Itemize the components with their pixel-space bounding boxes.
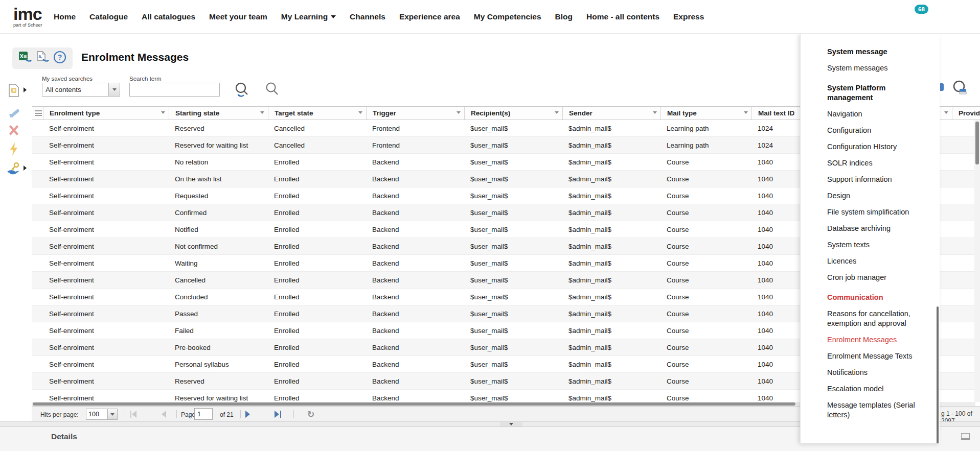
column-header-provider[interactable]: Provider: [952, 107, 980, 120]
menu-item-enrolment-message-texts[interactable]: Enrolment Message Texts: [827, 351, 920, 361]
nav-item-my-learning[interactable]: My Learning: [281, 12, 336, 21]
cell-trigger: Frontend: [366, 120, 464, 137]
new-item-icon[interactable]: [6, 83, 21, 98]
menu-item-database-archiving[interactable]: Database archiving: [827, 224, 920, 233]
chevron-down-icon: [509, 423, 513, 425]
first-page-button[interactable]: [132, 411, 136, 418]
last-page-button[interactable]: [275, 411, 279, 418]
column-header-target-state[interactable]: Target state: [268, 107, 366, 120]
nav-item-all-catalogues[interactable]: All catalogues: [142, 12, 195, 21]
cell-enrolment-type: Self-enrolment: [43, 305, 169, 322]
nav-item-meet-your-team[interactable]: Meet your team: [209, 12, 267, 21]
logo-text: imc: [13, 5, 42, 22]
column-filter-icon[interactable]: [555, 111, 559, 114]
refresh-icon[interactable]: ↻: [307, 409, 314, 420]
cell-mail-type: Course: [660, 238, 751, 255]
svg-text:?: ?: [58, 53, 62, 61]
menu-item-support-information[interactable]: Support information: [827, 175, 920, 184]
nav-item-home-all-contents[interactable]: Home - all contents: [586, 12, 659, 21]
column-label: Mail type: [667, 109, 697, 117]
row-handle-header[interactable]: [32, 107, 43, 120]
chevron-down-icon: [112, 88, 117, 91]
nav-item-home[interactable]: Home: [54, 12, 76, 21]
cell-mail-type: Course: [660, 339, 751, 356]
column-filter-icon[interactable]: [744, 111, 748, 114]
menu-item-configuration[interactable]: Configuration: [827, 126, 920, 135]
cell-recipient-s: $user_mail$: [464, 120, 562, 137]
column-filter-icon[interactable]: [457, 111, 461, 114]
menu-item-notifications[interactable]: Notifications: [827, 368, 920, 377]
column-filter-icon[interactable]: [161, 111, 165, 114]
export-excel-icon[interactable]: X≡: [18, 51, 32, 66]
nav-item-my-competencies[interactable]: My Competencies: [474, 12, 541, 21]
cell-mail-type: Course: [660, 322, 751, 339]
vertical-scrollbar-thumb[interactable]: [975, 122, 979, 164]
cell-target-state: Enrolled: [268, 305, 366, 322]
prev-page-button[interactable]: [162, 411, 166, 418]
column-header-enrolment-type[interactable]: Enrolment type: [43, 107, 169, 120]
rail-flyout-icon[interactable]: [24, 87, 27, 92]
panel-scrollbar-thumb[interactable]: [937, 306, 939, 443]
cell-recipient-s: $user_mail$: [464, 204, 562, 221]
menu-item-enrolment-messages[interactable]: Enrolment Messages: [827, 335, 920, 345]
menu-item-system-messages[interactable]: System messages: [827, 63, 920, 73]
select-arrow-button[interactable]: [108, 83, 120, 96]
restore-window-icon[interactable]: [961, 433, 970, 440]
vertical-scrollbar[interactable]: [974, 120, 980, 402]
saved-searches-select[interactable]: All contents: [42, 83, 120, 97]
cell-recipient-s: $user_mail$: [464, 390, 562, 402]
menu-item-configuration-history[interactable]: Configuration HIstory: [827, 142, 920, 152]
cell-trigger: Backend: [366, 171, 464, 187]
edit-icon[interactable]: [6, 103, 21, 118]
cell-target-state: Cancelled: [268, 137, 366, 154]
nav-item-catalogue[interactable]: Catalogue: [89, 12, 128, 21]
search-run-icon[interactable]: [234, 82, 249, 100]
cell-starting-state: No relation: [169, 154, 268, 171]
cell-trigger: Backend: [366, 305, 464, 322]
column-filter-icon[interactable]: [653, 111, 657, 114]
hits-per-page-select[interactable]: 100: [86, 409, 118, 420]
nav-item-express[interactable]: Express: [673, 12, 704, 21]
cell-recipient-s: $user_mail$: [464, 322, 562, 339]
cell-starting-state: Pre-booked: [169, 339, 268, 356]
nav-item-blog[interactable]: Blog: [555, 12, 573, 21]
cell-starting-state: Confirmed: [169, 204, 268, 221]
column-header-sender[interactable]: Sender: [562, 107, 660, 120]
cell-recipient-s: $user_mail$: [464, 272, 562, 289]
column-filter-icon[interactable]: [358, 111, 362, 114]
menu-item-licences[interactable]: Licences: [827, 256, 920, 266]
menu-item-cron-job-manager[interactable]: Cron job manager: [827, 273, 920, 282]
cell-starting-state: Reserved for waiting list: [169, 390, 268, 402]
menu-item-message-templates-serial-letters[interactable]: Message templates (Serial letters): [827, 400, 920, 420]
search-plain-icon[interactable]: [265, 82, 279, 99]
column-header-recipient-s[interactable]: Recipient(s): [464, 107, 562, 120]
export-text-icon[interactable]: a,: [36, 51, 49, 66]
menu-item-reasons-for-cancellation-exemption-and-approval[interactable]: Reasons for cancellation, exemption and …: [827, 309, 920, 328]
column-header-mail-type[interactable]: Mail type: [660, 107, 751, 120]
page-number-input[interactable]: [194, 408, 213, 420]
column-filter-icon[interactable]: [944, 111, 948, 114]
menu-item-escalation-model[interactable]: Escalation model: [827, 384, 920, 394]
collapse-details-handle[interactable]: [500, 422, 522, 426]
imc-logo[interactable]: imc part of Scheer: [13, 5, 42, 28]
column-filter-icon[interactable]: [260, 111, 264, 114]
menu-item-navigation[interactable]: Navigation: [827, 109, 920, 119]
cell-enrolment-type: Self-enrolment: [43, 238, 169, 255]
menu-item-solr-indices[interactable]: SOLR indices: [827, 158, 920, 168]
help-icon[interactable]: ?: [53, 51, 66, 66]
nav-item-channels[interactable]: Channels: [350, 12, 385, 21]
cell-starting-state: Passed: [169, 305, 268, 322]
nav-item-experience-area[interactable]: Experience area: [399, 12, 460, 21]
cell-target-state: Enrolled: [268, 187, 366, 204]
menu-item-system-texts[interactable]: System texts: [827, 240, 920, 250]
search-term-input[interactable]: [129, 83, 220, 97]
column-header-trigger[interactable]: Trigger: [366, 107, 464, 120]
menu-item-file-system-simplification[interactable]: File system simplification: [827, 207, 920, 217]
column-header-starting-state[interactable]: Starting state: [169, 107, 268, 120]
horizontal-scrollbar-thumb[interactable]: [33, 402, 795, 406]
cell-target-state: Enrolled: [268, 272, 366, 289]
logo-subtext: part of Scheer: [13, 23, 42, 28]
next-page-button[interactable]: [245, 411, 250, 418]
advanced-search-icon[interactable]: [952, 80, 969, 100]
menu-item-design[interactable]: Design: [827, 191, 920, 201]
